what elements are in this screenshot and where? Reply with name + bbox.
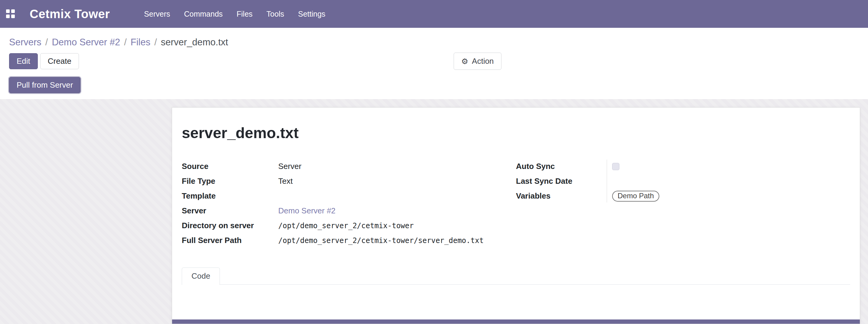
field-label-full-path: Full Server Path [182, 236, 278, 245]
gear-icon: ⚙ [461, 58, 468, 65]
field-row-auto-sync: Auto Sync [516, 159, 850, 174]
breadcrumb-bar: Servers / Demo Server #2 / Files / serve… [0, 28, 868, 48]
edit-button[interactable]: Edit [9, 53, 38, 69]
breadcrumb-current: server_demo.txt [161, 36, 228, 48]
field-label-source: Source [182, 162, 278, 171]
field-group-right: Auto Sync Last Sync Date Variables Demo … [516, 159, 850, 248]
main-menu: Servers Commands Files Tools Settings [137, 0, 332, 28]
field-row-variables: Variables Demo Path [516, 189, 850, 203]
control-panel: Edit Create ⚙ Action [0, 53, 868, 70]
breadcrumb-separator: / [45, 36, 48, 48]
action-button-label: Action [472, 57, 494, 66]
field-value-full-path: /opt/demo_server_2/cetmix-tower/server_d… [278, 236, 516, 245]
action-button[interactable]: ⚙ Action [454, 53, 501, 70]
variable-tag-demo-path[interactable]: Demo Path [612, 191, 659, 202]
page: Cetmix Tower Servers Commands Files Tool… [0, 0, 868, 324]
form-sheet: server_demo.txt Source Server File Type … [172, 107, 860, 324]
field-value-directory: /opt/demo_server_2/cetmix-tower [278, 222, 516, 230]
field-value-file-type: Text [278, 176, 516, 186]
menu-commands[interactable]: Commands [177, 0, 229, 28]
field-label-template: Template [182, 191, 278, 201]
breadcrumb: Servers / Demo Server #2 / Files / serve… [9, 36, 859, 48]
field-value-source: Server [278, 162, 516, 171]
menu-files[interactable]: Files [229, 0, 259, 28]
field-row-template: Template [182, 189, 516, 203]
menu-tools[interactable]: Tools [259, 0, 291, 28]
field-label-auto-sync: Auto Sync [516, 162, 607, 171]
breadcrumb-separator: / [154, 36, 157, 48]
server-record-link[interactable]: Demo Server #2 [278, 206, 516, 216]
breadcrumb-separator: / [124, 36, 127, 48]
field-label-variables: Variables [516, 191, 607, 201]
apps-grid-icon[interactable] [6, 9, 15, 19]
field-group-left: Source Server File Type Text Template Se… [182, 159, 516, 248]
field-label-server: Server [182, 206, 278, 216]
field-row-source: Source Server [182, 159, 516, 174]
breadcrumb-files[interactable]: Files [131, 36, 150, 48]
field-row-directory: Directory on server /opt/demo_server_2/c… [182, 218, 516, 233]
top-navbar: Cetmix Tower Servers Commands Files Tool… [0, 0, 868, 28]
menu-settings[interactable]: Settings [291, 0, 332, 28]
field-row-server: Server Demo Server #2 [182, 203, 516, 218]
tab-code[interactable]: Code [182, 267, 220, 285]
code-editor-top-bar [172, 320, 860, 324]
pull-from-server-button[interactable]: Pull from Server [9, 77, 81, 93]
menu-servers[interactable]: Servers [137, 0, 177, 28]
create-button[interactable]: Create [40, 53, 79, 69]
record-title: server_demo.txt [182, 124, 850, 142]
auto-sync-checkbox[interactable] [612, 163, 619, 170]
field-row-full-path: Full Server Path /opt/demo_server_2/cetm… [182, 233, 516, 248]
breadcrumb-servers[interactable]: Servers [9, 36, 41, 48]
notebook-tabs: Code [182, 267, 850, 285]
field-row-file-type: File Type Text [182, 174, 516, 189]
app-brand[interactable]: Cetmix Tower [30, 7, 110, 21]
breadcrumb-demo-server[interactable]: Demo Server #2 [52, 36, 120, 48]
field-row-last-sync-date: Last Sync Date [516, 174, 850, 189]
pull-row: Pull from Server [0, 77, 868, 99]
field-label-last-sync-date: Last Sync Date [516, 176, 607, 186]
content-background: server_demo.txt Source Server File Type … [0, 99, 868, 324]
field-groups: Source Server File Type Text Template Se… [182, 159, 850, 248]
field-label-file-type: File Type [182, 176, 278, 186]
field-label-directory: Directory on server [182, 221, 278, 230]
